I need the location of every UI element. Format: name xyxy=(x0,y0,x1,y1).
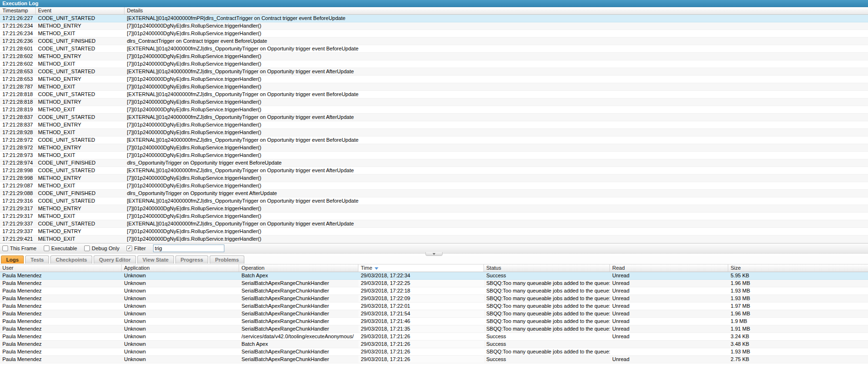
log-file-row[interactable]: Paula MenendezUnknownSerialBatchApexRang… xyxy=(0,280,868,287)
column-header-user[interactable]: User xyxy=(0,264,122,272)
log-event-row[interactable]: 17:21:28:972CODE_UNIT_STARTED[EXTERNAL]|… xyxy=(0,137,868,144)
log-event-row[interactable]: 17:21:28:602METHOD_EXIT[7]|01p2400000DgN… xyxy=(0,60,868,68)
log-event-cell: METHOD_EXIT xyxy=(36,235,125,243)
execution-log-header-row: TimestampEventDetails xyxy=(0,7,868,15)
log-size-cell: 1.93 MB xyxy=(728,295,868,302)
log-user-cell: Paula Menendez xyxy=(0,310,122,317)
log-file-row[interactable]: Paula MenendezUnknownSerialBatchApexRang… xyxy=(0,356,868,363)
log-event-row[interactable]: 17:21:28:818METHOD_ENTRY[7]|01p2400000Dg… xyxy=(0,98,868,106)
log-event-row[interactable]: 17:21:28:974CODE_UNIT_FINISHEDdlrs_Oppor… xyxy=(0,159,868,167)
log-timestamp-cell: 17:21:26:234 xyxy=(0,30,36,37)
log-application-cell: Unknown xyxy=(122,348,239,355)
log-details-cell: dlrs_OpportunityTrigger on Opportunity t… xyxy=(125,190,868,197)
log-event-row[interactable]: 17:21:29:421METHOD_EXIT[7]|01p2400000DgN… xyxy=(0,235,868,243)
column-header-timestamp[interactable]: Timestamp xyxy=(0,7,36,14)
log-file-row[interactable]: Paula MenendezUnknownSerialBatchApexRang… xyxy=(0,318,868,325)
tab-checkpoints[interactable]: Checkpoints xyxy=(50,255,92,264)
log-event-row[interactable]: 17:21:26:227CODE_UNIT_STARTED[EXTERNAL]|… xyxy=(0,15,868,22)
log-file-row[interactable]: Paula MenendezUnknownSerialBatchApexRang… xyxy=(0,348,868,356)
log-event-row[interactable]: 17:21:29:316CODE_UNIT_STARTED[EXTERNAL]|… xyxy=(0,197,868,205)
log-event-row[interactable]: 17:21:28:837METHOD_ENTRY[7]|01p2400000Dg… xyxy=(0,121,868,129)
log-details-cell: [7]|01p2400000DgNyE|dlrs.RollupService.t… xyxy=(125,30,868,37)
this-frame-checkbox[interactable]: This Frame xyxy=(2,245,37,251)
panel-splitter-handle[interactable] xyxy=(425,252,443,256)
column-header-size[interactable]: Size xyxy=(728,264,868,272)
log-event-cell: METHOD_EXIT xyxy=(36,83,125,90)
column-header-operation[interactable]: Operation xyxy=(239,264,358,272)
log-timestamp-cell: 17:21:29:316 xyxy=(0,197,36,205)
tab-problems[interactable]: Problems xyxy=(210,255,244,264)
log-event-cell: METHOD_EXIT xyxy=(36,129,125,136)
column-header-application[interactable]: Application xyxy=(122,264,239,272)
log-event-row[interactable]: 17:21:28:998CODE_UNIT_STARTED[EXTERNAL]|… xyxy=(0,167,868,175)
debug-only-checkbox[interactable]: Debug Only xyxy=(84,245,119,251)
executable-checkbox[interactable]: Executable xyxy=(44,245,77,251)
log-details-cell: [7]|01p2400000DgNyE|dlrs.RollupService.t… xyxy=(125,213,868,220)
log-event-row[interactable]: 17:21:28:819METHOD_EXIT[7]|01p2400000DgN… xyxy=(0,106,868,114)
log-file-row[interactable]: Paula MenendezUnknownBatch Apex29/03/201… xyxy=(0,272,868,280)
log-event-row[interactable]: 17:21:29:088CODE_UNIT_FINISHEDdlrs_Oppor… xyxy=(0,190,868,197)
log-file-row[interactable]: Paula MenendezUnknownSerialBatchApexRang… xyxy=(0,287,868,295)
log-timestamp-cell: 17:21:28:837 xyxy=(0,121,36,128)
log-user-cell: Paula Menendez xyxy=(0,325,122,333)
log-event-row[interactable]: 17:21:28:653CODE_UNIT_STARTED[EXTERNAL]|… xyxy=(0,68,868,76)
log-event-row[interactable]: 17:21:28:973METHOD_EXIT[7]|01p2400000DgN… xyxy=(0,152,868,159)
log-event-row[interactable]: 17:21:29:317METHOD_EXIT[7]|01p2400000DgN… xyxy=(0,213,868,220)
log-read-cell: Unread xyxy=(610,318,728,325)
log-read-cell xyxy=(610,348,728,355)
column-header-status[interactable]: Status xyxy=(484,264,610,272)
log-event-row[interactable]: 17:21:28:653METHOD_ENTRY[7]|01p2400000Dg… xyxy=(0,76,868,83)
log-file-row[interactable]: Paula MenendezUnknownSerialBatchApexRang… xyxy=(0,310,868,318)
log-event-row[interactable]: 17:21:28:787METHOD_EXIT[7]|01p2400000DgN… xyxy=(0,83,868,91)
tab-logs[interactable]: Logs xyxy=(1,255,24,264)
log-details-cell: [7]|01p2400000DgNyE|dlrs.RollupService.t… xyxy=(125,76,868,83)
log-details-cell: [7]|01p2400000DgNyE|dlrs.RollupService.t… xyxy=(125,22,868,29)
log-size-cell: 1.93 MB xyxy=(728,287,868,294)
log-operation-cell: Batch Apex xyxy=(239,341,358,348)
log-read-cell xyxy=(610,341,728,348)
log-application-cell: Unknown xyxy=(122,341,239,348)
log-event-row[interactable]: 17:21:28:998METHOD_ENTRY[7]|01p2400000Dg… xyxy=(0,175,868,182)
log-timestamp-cell: 17:21:28:819 xyxy=(0,106,36,113)
log-event-row[interactable]: 17:21:29:087METHOD_EXIT[7]|01p2400000DgN… xyxy=(0,182,868,190)
log-event-row[interactable]: 17:21:28:928METHOD_EXIT[7]|01p2400000DgN… xyxy=(0,129,868,137)
log-file-row[interactable]: Paula MenendezUnknownBatch Apex29/03/201… xyxy=(0,341,868,348)
log-status-cell: Success xyxy=(484,341,610,348)
tab-progress[interactable]: Progress xyxy=(175,255,209,264)
log-timestamp-cell: 17:21:28:972 xyxy=(0,144,36,151)
log-event-row[interactable]: 17:21:28:837CODE_UNIT_STARTED[EXTERNAL]|… xyxy=(0,114,868,121)
log-event-row[interactable]: 17:21:26:234METHOD_EXIT[7]|01p2400000DgN… xyxy=(0,30,868,38)
log-event-row[interactable]: 17:21:28:602METHOD_ENTRY[7]|01p2400000Dg… xyxy=(0,53,868,60)
filter-checkbox[interactable]: ✓Filter xyxy=(126,245,145,251)
log-event-row[interactable]: 17:21:28:818CODE_UNIT_STARTED[EXTERNAL]|… xyxy=(0,91,868,98)
log-file-row[interactable]: Paula MenendezUnknownSerialBatchApexRang… xyxy=(0,325,868,333)
log-event-row[interactable]: 17:21:26:236CODE_UNIT_FINISHEDdlrs_Contr… xyxy=(0,38,868,45)
log-file-row[interactable]: Paula MenendezUnknownSerialBatchApexRang… xyxy=(0,295,868,303)
log-event-row[interactable]: 17:21:28:972METHOD_ENTRY[7]|01p2400000Dg… xyxy=(0,144,868,152)
log-file-row[interactable]: Paula MenendezUnknown/services/data/v42.… xyxy=(0,333,868,341)
log-event-row[interactable]: 17:21:26:234METHOD_ENTRY[7]|01p2400000Dg… xyxy=(0,22,868,30)
this-frame-checkbox-box xyxy=(2,245,8,251)
log-timestamp-cell: 17:21:28:818 xyxy=(0,91,36,98)
log-timestamp-cell: 17:21:28:653 xyxy=(0,76,36,83)
filter-input[interactable] xyxy=(153,245,224,252)
log-event-row[interactable]: 17:21:29:337METHOD_ENTRY[7]|01p2400000Dg… xyxy=(0,228,868,235)
log-application-cell: Unknown xyxy=(122,287,239,294)
log-details-cell: [EXTERNAL]|01q24000000fmPR|dlrs_Contract… xyxy=(125,15,868,22)
log-size-cell: 3.24 KB xyxy=(728,333,868,340)
log-operation-cell: SerialBatchApexRangeChunkHandler xyxy=(239,303,358,310)
log-event-row[interactable]: 17:21:28:601CODE_UNIT_STARTED[EXTERNAL]|… xyxy=(0,45,868,53)
log-read-cell: Unread xyxy=(610,303,728,310)
log-time-cell: 29/03/2018, 17:21:46 xyxy=(358,318,484,325)
log-event-row[interactable]: 17:21:29:317METHOD_ENTRY[7]|01p2400000Dg… xyxy=(0,205,868,213)
log-event-row[interactable]: 17:21:29:337CODE_UNIT_STARTED[EXTERNAL]|… xyxy=(0,220,868,228)
tab-tests[interactable]: Tests xyxy=(25,255,49,264)
tab-query-editor[interactable]: Query Editor xyxy=(94,255,136,264)
tab-view-state[interactable]: View State xyxy=(137,255,174,264)
column-header-event[interactable]: Event xyxy=(36,7,125,14)
column-header-details[interactable]: Details xyxy=(125,7,868,14)
column-header-read[interactable]: Read xyxy=(610,264,728,272)
log-file-row[interactable]: Paula MenendezUnknownSerialBatchApexRang… xyxy=(0,303,868,310)
log-timestamp-cell: 17:21:28:837 xyxy=(0,114,36,121)
column-header-time[interactable]: Time xyxy=(358,264,484,272)
